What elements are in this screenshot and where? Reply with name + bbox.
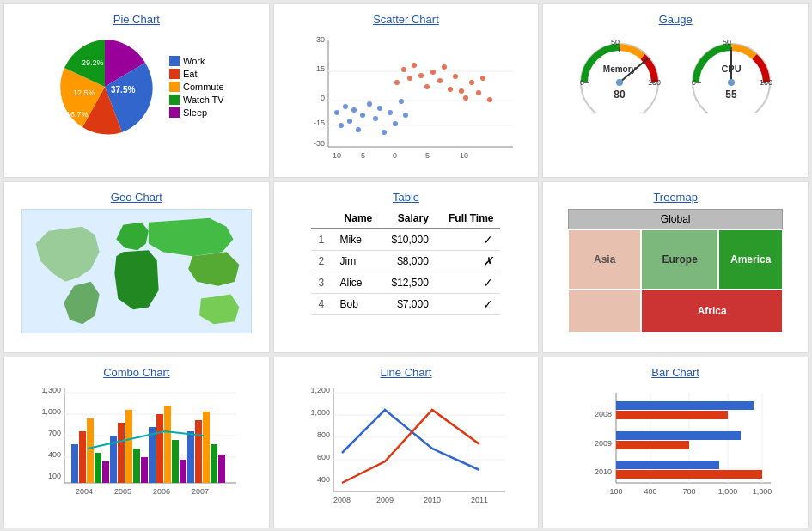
svg-rect-103 bbox=[187, 431, 194, 483]
svg-text:-5: -5 bbox=[358, 151, 365, 160]
memory-gauge-svg: 0 100 50 Memory 80 bbox=[572, 31, 667, 113]
svg-rect-140 bbox=[616, 441, 689, 449]
svg-rect-137 bbox=[616, 401, 754, 410]
treemap-title[interactable]: Treemap bbox=[653, 191, 698, 204]
row2-salary: $8,000 bbox=[379, 251, 436, 272]
svg-point-19 bbox=[334, 110, 339, 115]
svg-point-49 bbox=[480, 76, 485, 81]
treemap-africa: Africa bbox=[641, 290, 783, 333]
row2-name: Jim bbox=[333, 251, 380, 272]
svg-point-24 bbox=[356, 127, 361, 132]
legend-color-sleep bbox=[169, 107, 180, 118]
svg-text:0: 0 bbox=[321, 94, 325, 102]
svg-text:29.2%: 29.2% bbox=[82, 58, 104, 67]
svg-text:12.5%: 12.5% bbox=[73, 88, 95, 97]
svg-point-50 bbox=[487, 97, 492, 102]
svg-text:1,000: 1,000 bbox=[41, 407, 61, 416]
svg-text:600: 600 bbox=[317, 453, 330, 461]
geo-chart-title[interactable]: Geo Chart bbox=[111, 191, 162, 204]
svg-text:400: 400 bbox=[644, 487, 657, 496]
treemap-asia-bottom bbox=[568, 290, 641, 333]
pie-chart-title[interactable]: Pie Chart bbox=[113, 13, 160, 26]
legend-label-sleep: Sleep bbox=[183, 107, 207, 118]
svg-text:15: 15 bbox=[316, 64, 325, 73]
svg-text:2008: 2008 bbox=[595, 410, 612, 418]
svg-rect-100 bbox=[164, 406, 171, 483]
legend-color-watchtv bbox=[169, 95, 180, 105]
svg-rect-89 bbox=[79, 431, 86, 483]
svg-text:10: 10 bbox=[460, 151, 468, 160]
bar-chart-card: Bar Chart 100 400 700 1,000 1,300 2008 2… bbox=[542, 357, 809, 528]
svg-point-21 bbox=[343, 104, 348, 109]
svg-text:2005: 2005 bbox=[114, 487, 131, 496]
svg-point-36 bbox=[407, 76, 412, 81]
scatter-chart-title[interactable]: Scatter Chart bbox=[373, 13, 439, 26]
svg-rect-105 bbox=[203, 412, 210, 483]
svg-text:2004: 2004 bbox=[76, 487, 93, 496]
data-table: Name Salary Full Time 1 Mike $10,000 ✓ 2… bbox=[311, 209, 500, 315]
gauge-title[interactable]: Gauge bbox=[659, 13, 693, 26]
svg-text:100: 100 bbox=[610, 487, 623, 496]
treemap-row2: Africa bbox=[568, 290, 783, 333]
treemap-america: America bbox=[718, 229, 783, 290]
svg-point-20 bbox=[339, 123, 344, 128]
svg-rect-101 bbox=[172, 440, 179, 483]
svg-point-43 bbox=[448, 87, 453, 92]
gauge-container: 0 100 50 Memory 80 bbox=[572, 31, 778, 113]
bar-chart-title[interactable]: Bar Chart bbox=[651, 366, 699, 379]
row3-name: Alice bbox=[333, 272, 380, 294]
svg-text:100: 100 bbox=[48, 472, 61, 480]
treemap-card: Treemap Global Asia Europe America Afric… bbox=[542, 181, 809, 353]
svg-text:30: 30 bbox=[316, 35, 325, 44]
svg-rect-141 bbox=[616, 461, 719, 469]
svg-rect-96 bbox=[133, 449, 140, 483]
memory-gauge-wrapper: 0 100 50 Memory 80 bbox=[572, 31, 667, 113]
svg-point-42 bbox=[442, 64, 447, 70]
treemap-row1: Asia Europe America bbox=[568, 229, 783, 290]
table-title[interactable]: Table bbox=[393, 191, 419, 204]
row4-name: Bob bbox=[333, 294, 380, 315]
svg-text:50: 50 bbox=[723, 38, 731, 46]
svg-rect-95 bbox=[125, 410, 132, 483]
pie-chart-container: 37.5% 16.7% 12.5% 29.2% Work Eat Commute bbox=[49, 31, 224, 143]
row3-salary: $12,500 bbox=[379, 272, 436, 294]
svg-rect-97 bbox=[141, 457, 148, 483]
svg-text:2009: 2009 bbox=[376, 496, 394, 504]
svg-point-28 bbox=[377, 106, 382, 111]
svg-text:100: 100 bbox=[760, 78, 772, 87]
svg-text:1,000: 1,000 bbox=[311, 408, 331, 417]
legend-sleep: Sleep bbox=[169, 107, 224, 118]
svg-text:Memory: Memory bbox=[603, 64, 637, 74]
svg-rect-106 bbox=[211, 444, 217, 483]
svg-text:55: 55 bbox=[725, 88, 737, 101]
treemap-europe: Europe bbox=[641, 229, 718, 290]
legend-label-watchtv: Watch TV bbox=[183, 95, 224, 105]
svg-point-70 bbox=[728, 79, 735, 86]
svg-text:-10: -10 bbox=[330, 151, 341, 160]
svg-rect-138 bbox=[616, 411, 728, 419]
svg-rect-88 bbox=[71, 444, 78, 483]
svg-point-51 bbox=[581, 44, 658, 113]
svg-rect-139 bbox=[616, 431, 741, 440]
svg-rect-92 bbox=[102, 461, 109, 483]
svg-point-27 bbox=[373, 116, 378, 121]
legend-color-eat bbox=[169, 69, 180, 79]
svg-point-41 bbox=[437, 78, 443, 83]
row3-num: 3 bbox=[311, 272, 333, 294]
combo-chart-title[interactable]: Combo Chart bbox=[103, 366, 169, 379]
svg-point-37 bbox=[412, 63, 417, 68]
svg-point-38 bbox=[418, 73, 424, 78]
legend-color-work bbox=[169, 56, 180, 66]
row3-fulltime: ✓ bbox=[436, 272, 501, 294]
svg-point-33 bbox=[403, 113, 408, 118]
svg-point-30 bbox=[388, 110, 393, 115]
svg-text:100: 100 bbox=[648, 78, 661, 87]
svg-text:1,000: 1,000 bbox=[718, 487, 738, 496]
bar-chart-svg: 100 400 700 1,000 1,300 2008 2009 2010 bbox=[569, 384, 782, 511]
svg-point-40 bbox=[430, 70, 436, 75]
svg-rect-90 bbox=[87, 418, 94, 483]
line-chart-title[interactable]: Line Chart bbox=[381, 366, 432, 379]
svg-rect-94 bbox=[118, 423, 125, 483]
table-row: 4 Bob $7,000 ✓ bbox=[311, 294, 500, 315]
cpu-gauge-wrapper: 0 100 50 CPU 55 bbox=[684, 31, 778, 113]
